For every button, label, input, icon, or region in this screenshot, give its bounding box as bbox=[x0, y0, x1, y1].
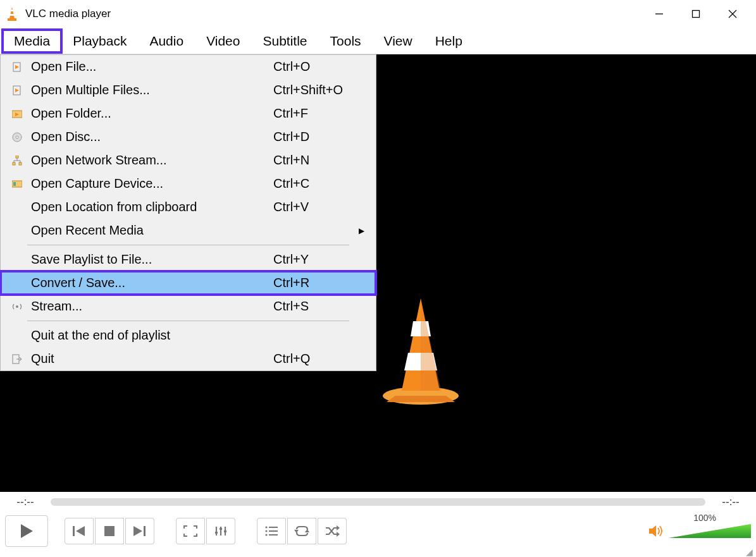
speaker-icon[interactable] bbox=[648, 525, 664, 537]
resize-grip-icon[interactable]: ◢ bbox=[746, 547, 755, 556]
capture-icon bbox=[8, 178, 26, 190]
time-total: --:-- bbox=[712, 496, 750, 508]
menu-item-open-clipboard[interactable]: Open Location from clipboardCtrl+V bbox=[1, 195, 376, 219]
title-bar: VLC media player bbox=[0, 0, 756, 28]
svg-marker-33 bbox=[133, 526, 142, 536]
svg-marker-43 bbox=[337, 525, 340, 530]
svg-rect-26 bbox=[13, 182, 16, 186]
svg-marker-44 bbox=[337, 532, 340, 537]
menu-help[interactable]: Help bbox=[424, 30, 474, 52]
window-title: VLC media player bbox=[25, 8, 641, 20]
previous-button[interactable] bbox=[65, 518, 94, 544]
vlc-logo-icon bbox=[5, 7, 19, 21]
stop-button[interactable] bbox=[95, 518, 124, 544]
fullscreen-button[interactable] bbox=[176, 518, 205, 544]
control-bar: --:-- --:-- 100% bbox=[0, 492, 756, 557]
svg-marker-31 bbox=[76, 526, 85, 536]
disc-icon bbox=[8, 131, 26, 144]
svg-point-38 bbox=[265, 526, 267, 528]
svg-marker-42 bbox=[305, 529, 309, 532]
play-button[interactable] bbox=[5, 515, 48, 547]
svg-marker-29 bbox=[21, 524, 33, 538]
menu-item-open-multiple-files[interactable]: Open Multiple Files...Ctrl+Shift+O bbox=[1, 78, 376, 102]
quit-icon bbox=[8, 353, 26, 365]
menu-item-quit-end-playlist[interactable]: Quit at the end of playlist bbox=[1, 324, 376, 347]
svg-rect-36 bbox=[220, 528, 222, 530]
menu-media[interactable]: Media bbox=[3, 30, 61, 52]
svg-marker-41 bbox=[294, 530, 299, 533]
svg-rect-37 bbox=[224, 530, 226, 532]
svg-point-40 bbox=[265, 534, 267, 536]
menu-tools[interactable]: Tools bbox=[319, 30, 373, 52]
svg-rect-32 bbox=[104, 526, 115, 536]
svg-rect-24 bbox=[19, 162, 22, 165]
menu-item-open-folder[interactable]: Open Folder...Ctrl+F bbox=[1, 102, 376, 125]
maximize-button[interactable] bbox=[678, 0, 714, 28]
volume-percent: 100% bbox=[693, 513, 716, 523]
menu-item-open-file[interactable]: Open File...Ctrl+O bbox=[1, 55, 376, 78]
menu-playback[interactable]: Playback bbox=[61, 30, 138, 52]
menu-separator bbox=[27, 245, 349, 245]
next-button[interactable] bbox=[125, 518, 154, 544]
menu-item-open-recent-media[interactable]: Open Recent Media▶ bbox=[1, 219, 376, 242]
svg-rect-3 bbox=[9, 14, 14, 16]
media-dropdown: Open File...Ctrl+O Open Multiple Files..… bbox=[0, 54, 376, 371]
svg-rect-5 bbox=[693, 11, 700, 18]
network-icon bbox=[8, 154, 26, 167]
svg-rect-30 bbox=[73, 526, 75, 536]
stream-icon bbox=[8, 300, 26, 313]
time-elapsed: --:-- bbox=[6, 496, 44, 508]
svg-marker-15 bbox=[15, 65, 19, 69]
svg-marker-0 bbox=[9, 7, 15, 18]
menu-item-open-capture-device[interactable]: Open Capture Device...Ctrl+C bbox=[1, 172, 376, 195]
loop-button[interactable] bbox=[287, 518, 316, 544]
extended-settings-button[interactable] bbox=[206, 518, 235, 544]
volume-slider[interactable] bbox=[669, 524, 751, 538]
menu-audio[interactable]: Audio bbox=[138, 30, 195, 52]
submenu-arrow-icon: ▶ bbox=[359, 226, 364, 235]
svg-rect-34 bbox=[144, 526, 146, 536]
menu-item-save-playlist[interactable]: Save Playlist to File...Ctrl+Y bbox=[1, 248, 376, 271]
svg-rect-22 bbox=[16, 156, 18, 158]
menu-item-open-disc[interactable]: Open Disc...Ctrl+D bbox=[1, 125, 376, 149]
close-button[interactable] bbox=[714, 0, 751, 28]
svg-marker-45 bbox=[649, 525, 656, 537]
menu-video[interactable]: Video bbox=[195, 30, 251, 52]
menu-item-stream[interactable]: Stream...Ctrl+S bbox=[1, 295, 376, 318]
svg-rect-1 bbox=[8, 18, 16, 21]
svg-rect-2 bbox=[11, 9, 14, 11]
menu-view[interactable]: View bbox=[373, 30, 424, 52]
menu-item-convert-save[interactable]: Convert / Save...Ctrl+R bbox=[1, 271, 376, 295]
svg-point-27 bbox=[16, 305, 18, 308]
minimize-button[interactable] bbox=[641, 0, 678, 28]
menu-item-open-network-stream[interactable]: Open Network Stream...Ctrl+N bbox=[1, 149, 376, 172]
menu-subtitle[interactable]: Subtitle bbox=[251, 30, 318, 52]
svg-marker-9 bbox=[387, 396, 455, 402]
menu-bar: Media Playback Audio Video Subtitle Tool… bbox=[0, 28, 756, 54]
file-play-icon bbox=[8, 61, 26, 73]
shuffle-button[interactable] bbox=[318, 518, 347, 544]
svg-marker-17 bbox=[15, 89, 19, 92]
menu-separator bbox=[27, 321, 349, 321]
playlist-button[interactable] bbox=[257, 518, 286, 544]
svg-rect-23 bbox=[13, 162, 15, 165]
menu-item-quit[interactable]: QuitCtrl+Q bbox=[1, 347, 376, 370]
svg-point-21 bbox=[16, 136, 18, 138]
svg-marker-13 bbox=[421, 298, 441, 391]
vlc-cone-icon bbox=[376, 295, 446, 408]
svg-rect-35 bbox=[215, 532, 218, 534]
file-play-icon bbox=[8, 84, 26, 97]
folder-play-icon bbox=[8, 107, 26, 120]
seek-slider[interactable] bbox=[51, 498, 705, 506]
svg-point-39 bbox=[265, 530, 267, 532]
